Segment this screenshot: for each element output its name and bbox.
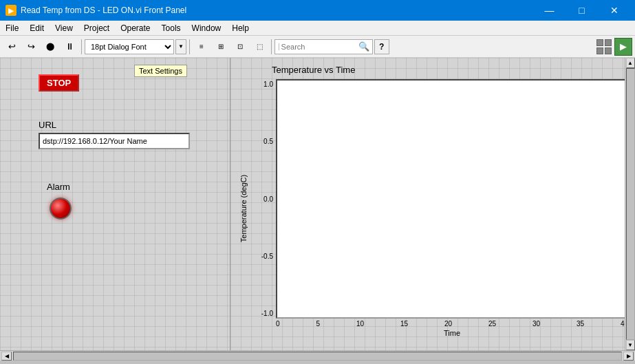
grid-cell <box>596 47 603 54</box>
url-input[interactable] <box>39 133 190 149</box>
grid-cell <box>605 39 612 46</box>
menu-item-tools[interactable]: Tools <box>156 21 186 35</box>
alarm-led <box>50 197 72 220</box>
alarm-label: Alarm <box>47 182 72 192</box>
search-pipe: | <box>278 43 280 50</box>
x-tick: 15 <box>400 320 408 328</box>
scroll-track-vertical[interactable] <box>626 68 635 340</box>
chart-container: Temperature (degC) 1.00.50.0-0.5-1.0 051… <box>237 79 628 337</box>
distribute-button[interactable]: ⊞ <box>212 38 230 56</box>
chart-title: Temperature vs Time <box>272 65 628 75</box>
right-scrollbar: ▲ ▼ <box>625 58 635 350</box>
toolbar: ↩ ↪ ⬤ ⏸ 18pt Dialog Font ▼ ≡ ⊞ ⊡ ⬚ | 🔍 ?… <box>0 36 635 58</box>
chart-main: 1.00.50.0-0.5-1.0 <box>250 79 628 319</box>
x-tick: 10 <box>356 320 364 328</box>
font-selector[interactable]: 18pt Dialog Font <box>85 39 174 54</box>
run-button[interactable]: ▶ <box>614 38 632 56</box>
align-button[interactable]: ≡ <box>193 38 211 56</box>
grid-cell <box>596 39 603 46</box>
resize-button[interactable]: ⊡ <box>231 38 249 56</box>
forward-button[interactable]: ↪ <box>22 38 40 56</box>
grid-cell <box>605 47 612 54</box>
help-button[interactable]: ? <box>374 39 389 54</box>
chart-plot-inner <box>277 81 627 317</box>
separator-2 <box>189 39 190 54</box>
panel-grid <box>595 38 613 56</box>
stop-button[interactable]: STOP <box>39 74 79 92</box>
bottom-scrollbar: ◀ ▶ <box>0 350 635 361</box>
y-axis-label: Temperature (degC) <box>239 174 248 242</box>
text-settings-tooltip: Text Settings <box>134 65 187 77</box>
title-controls: — □ ✕ <box>534 0 629 21</box>
pause-button[interactable]: ⏸ <box>61 38 78 56</box>
top-right-tools: ▶ <box>595 38 632 56</box>
y-tick: 0.0 <box>263 195 273 203</box>
menu-item-help[interactable]: Help <box>226 21 255 35</box>
x-axis: 0510152025303540 <box>276 319 628 329</box>
chart-with-axes: 1.00.50.0-0.5-1.0 0510152025303540 Time <box>250 79 628 337</box>
close-button[interactable]: ✕ <box>599 0 629 21</box>
app-icon: ▶ <box>6 5 17 16</box>
main-content: Text Settings STOP URL Alarm Temperature… <box>0 58 635 350</box>
y-axis-label-container: Temperature (degC) <box>237 79 250 337</box>
search-icon[interactable]: 🔍 <box>358 41 369 52</box>
x-axis-label-row: Time <box>276 329 628 337</box>
search-box: | 🔍 <box>275 39 373 54</box>
y-tick: -0.5 <box>261 253 273 260</box>
menu-bar: FileEditViewProjectOperateToolsWindowHel… <box>0 21 635 36</box>
scroll-track-horizontal[interactable] <box>13 352 622 361</box>
y-tick: 0.5 <box>263 138 273 145</box>
alarm-section: Alarm <box>47 182 72 220</box>
scroll-left-button[interactable]: ◀ <box>1 352 12 361</box>
chart-plot-area <box>276 79 628 319</box>
x-tick: 25 <box>488 320 496 328</box>
menu-item-operate[interactable]: Operate <box>115 21 155 35</box>
url-label: URL <box>39 120 190 130</box>
scroll-down-button[interactable]: ▼ <box>626 340 635 350</box>
minimize-button[interactable]: — <box>534 0 565 21</box>
x-axis-row: 0510152025303540 <box>276 319 628 329</box>
x-tick: 30 <box>532 320 540 328</box>
x-tick: 20 <box>444 320 452 328</box>
x-axis-label: Time <box>444 329 460 337</box>
font-dropdown-arrow[interactable]: ▼ <box>175 39 186 54</box>
y-axis: 1.00.50.0-0.5-1.0 <box>250 79 276 319</box>
menu-item-edit[interactable]: Edit <box>24 21 50 35</box>
menu-item-window[interactable]: Window <box>186 21 227 35</box>
order-button[interactable]: ⬚ <box>250 38 268 56</box>
maximize-button[interactable]: □ <box>566 0 597 21</box>
menu-item-project[interactable]: Project <box>78 21 115 35</box>
window-title: Read Temp from DS - LED ON.vi Front Pane… <box>21 6 186 15</box>
url-section: URL <box>39 120 190 149</box>
scroll-up-button[interactable]: ▲ <box>626 58 635 68</box>
left-panel: Text Settings STOP URL Alarm <box>0 58 230 350</box>
separator-3 <box>271 39 272 54</box>
chart-panel: Temperature vs Time Temperature (degC) 1… <box>230 58 635 350</box>
stop-run-button[interactable]: ⬤ <box>41 38 59 56</box>
y-tick: -1.0 <box>261 310 273 317</box>
y-tick: 1.0 <box>263 81 273 88</box>
search-input[interactable] <box>281 43 357 51</box>
scroll-right-button[interactable]: ▶ <box>623 352 634 361</box>
separator-1 <box>81 39 82 54</box>
x-tick: 0 <box>276 320 280 328</box>
x-tick: 5 <box>316 320 320 328</box>
title-bar-left: ▶ Read Temp from DS - LED ON.vi Front Pa… <box>6 5 186 16</box>
menu-item-view[interactable]: View <box>50 21 78 35</box>
back-button[interactable]: ↩ <box>3 38 21 56</box>
menu-item-file[interactable]: File <box>0 21 24 35</box>
x-tick: 35 <box>577 320 584 328</box>
title-bar: ▶ Read Temp from DS - LED ON.vi Front Pa… <box>0 0 635 21</box>
